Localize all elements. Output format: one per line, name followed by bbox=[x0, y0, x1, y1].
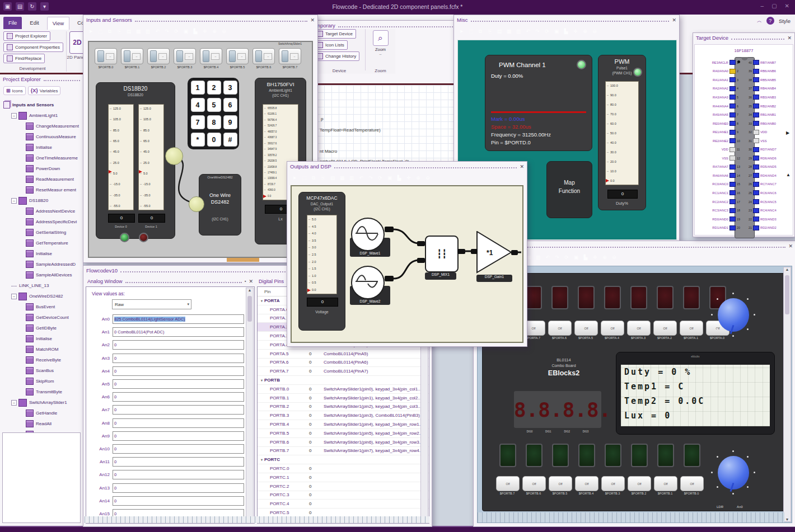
pin-square-left[interactable] bbox=[729, 164, 736, 170]
toolbar-icon[interactable]: ↶ bbox=[544, 253, 551, 261]
toolbar-icon[interactable]: ⧉ bbox=[310, 174, 317, 182]
port-switch-button[interactable]: Off bbox=[496, 476, 520, 491]
toolbar-icon[interactable]: ↷ bbox=[163, 27, 171, 35]
tree-item[interactable]: – SwitchArraySlider1 bbox=[3, 397, 83, 408]
pin-square-left[interactable] bbox=[729, 208, 736, 213]
toolbar-icon[interactable]: ➤ bbox=[87, 27, 95, 35]
pin-square-left[interactable] bbox=[729, 182, 736, 187]
toolbar-icon[interactable]: ▙ bbox=[191, 27, 199, 35]
ribbon-tab[interactable]: File bbox=[3, 17, 22, 29]
splitter-arrow-up-icon[interactable]: ▲ bbox=[786, 172, 791, 177]
pin-square-left[interactable] bbox=[729, 103, 736, 109]
dsp-mixer-block[interactable]: ┇┇ bbox=[425, 236, 459, 272]
map-function-block[interactable]: Map Function bbox=[546, 161, 592, 218]
keypad-key[interactable]: 7 bbox=[191, 115, 205, 129]
keypad-key[interactable]: 2 bbox=[207, 81, 221, 95]
pin-square-right[interactable] bbox=[753, 103, 759, 109]
toggle-switch[interactable]: – bbox=[174, 48, 196, 64]
digital-row[interactable]: ▾PORTB.4 0 SwitchArraySlider1(pin4), key… bbox=[258, 420, 429, 429]
pin-square-left[interactable] bbox=[729, 86, 736, 91]
digital-row[interactable]: ▾PORTC.3 0 bbox=[258, 491, 429, 500]
toolbar-icon[interactable]: ⊕ bbox=[581, 27, 589, 35]
toolbar-icon[interactable]: ⟳ bbox=[543, 27, 551, 35]
pin-square-right[interactable] bbox=[753, 199, 759, 204]
close-icon[interactable]: ✕ bbox=[520, 164, 524, 170]
toolbar-icon[interactable]: ⊖ bbox=[424, 174, 432, 182]
analog-value-field[interactable]: 0 bbox=[113, 405, 244, 415]
port-switch-button[interactable]: Off bbox=[627, 321, 651, 336]
board-scrollbar[interactable]: ▲▼ bbox=[783, 267, 791, 522]
toolbar-icon[interactable]: ▣ bbox=[182, 27, 190, 35]
tree-item[interactable]: – SampleAllDevices bbox=[3, 270, 83, 280]
toolbar-icon[interactable]: ▥ bbox=[348, 174, 356, 182]
pin-square-right[interactable] bbox=[753, 208, 759, 213]
port-switch-button[interactable]: Off bbox=[548, 321, 572, 336]
pin-square-right[interactable] bbox=[753, 182, 759, 187]
pin-square-right[interactable] bbox=[753, 225, 759, 230]
toolbar-icon[interactable]: ⊖ bbox=[220, 27, 228, 35]
pin-square-left[interactable] bbox=[729, 199, 736, 204]
tree-item[interactable]: – Inputs and Sensors bbox=[3, 100, 83, 110]
tree-item[interactable]: – Initialise bbox=[3, 142, 83, 153]
toggle-switch[interactable]: – bbox=[226, 48, 249, 64]
tree-item[interactable]: – SkipRom bbox=[3, 376, 83, 387]
tree-item[interactable]: – GetIDByte bbox=[3, 323, 83, 333]
minimize-button[interactable]: – bbox=[761, 3, 764, 9]
zoom-icon[interactable]: ⌕ bbox=[373, 30, 389, 46]
help-icon[interactable]: ? bbox=[766, 17, 774, 25]
ribbon-collapse-icon[interactable]: ︿ bbox=[757, 17, 762, 25]
pin-square-right[interactable] bbox=[753, 95, 759, 100]
close-icon[interactable]: ✕ bbox=[788, 243, 793, 249]
digital-row[interactable]: ▾PORTA.6 0 ComboBL0114(PinA6) bbox=[258, 359, 429, 368]
inputs-panel[interactable]: SwitchArraySlider1 – $PORTB.0 – $PORTB.1… bbox=[88, 41, 313, 258]
toolbar-icon[interactable]: ↷ bbox=[553, 253, 561, 261]
tree-item[interactable]: – AmbientLight1 bbox=[3, 110, 83, 121]
pot-knob[interactable] bbox=[712, 294, 755, 336]
keypad-key[interactable]: 5 bbox=[207, 98, 221, 112]
explorer-tab[interactable]: {X} Variables bbox=[28, 86, 61, 95]
tree-item[interactable]: – ResetMeasur ement bbox=[3, 185, 83, 195]
pin-square-left[interactable] bbox=[729, 216, 736, 222]
pin-square-left[interactable] bbox=[729, 69, 736, 74]
ribbon-tab[interactable]: View bbox=[47, 17, 69, 30]
toolbar-icon[interactable]: ⎘ bbox=[486, 27, 494, 35]
port-switch-button[interactable]: Off bbox=[653, 321, 677, 336]
ldr-knob[interactable] bbox=[712, 451, 755, 494]
dac-block[interactable]: MCP47x6DAC DAC_Output1 (I2C CH1) 5.04.54… bbox=[298, 192, 345, 331]
tree-item[interactable]: – AddressSpecificDevi bbox=[3, 216, 83, 227]
pin-square-right[interactable] bbox=[753, 86, 759, 91]
ribbon-button[interactable]: Find/Replace bbox=[3, 54, 45, 63]
wire-node[interactable] bbox=[165, 147, 183, 165]
toolbar-icon[interactable]: ⧉ bbox=[106, 27, 114, 35]
digital-row[interactable]: ▾PORTB.6 0 SwitchArraySlider1(pin6), key… bbox=[258, 438, 429, 447]
close-button[interactable]: ✕ bbox=[785, 3, 789, 9]
view-toggle[interactable]: Target Device bbox=[314, 29, 356, 39]
tree-item[interactable]: – ReadAll bbox=[3, 418, 83, 429]
keypad-key[interactable]: 4 bbox=[191, 98, 205, 112]
pwm-slider-block[interactable]: PWM Pulse1 (PWM CH1) 100.090.080.070.060… bbox=[598, 55, 646, 210]
toolbar-icon[interactable]: ⟳ bbox=[563, 253, 570, 261]
tree-item[interactable]: – LINK_LINE_13 bbox=[3, 280, 83, 291]
pin-square-left[interactable] bbox=[729, 173, 736, 178]
toolbar-icon[interactable]: ✛ bbox=[572, 27, 579, 35]
tree-item[interactable]: – Initialise bbox=[3, 333, 83, 344]
tree-item[interactable]: – GetSerialString bbox=[3, 227, 83, 238]
pin-square-right[interactable] bbox=[753, 173, 759, 178]
toolbar-icon[interactable]: ▥ bbox=[144, 27, 152, 35]
toggle-switch[interactable]: – bbox=[200, 48, 222, 64]
pin-square-right[interactable] bbox=[753, 216, 759, 222]
dac-value[interactable]: 0 bbox=[307, 298, 338, 307]
analog-value-field[interactable]: 0 bbox=[113, 444, 244, 454]
close-icon[interactable]: ✕ bbox=[672, 17, 676, 23]
keypad-key[interactable]: 3 bbox=[223, 81, 237, 95]
pin-square-right[interactable] bbox=[753, 77, 759, 82]
toolbar-icon[interactable]: ▤ bbox=[329, 174, 336, 182]
sine-wave-icon[interactable] bbox=[351, 218, 385, 251]
toolbar-icon[interactable]: ⎘ bbox=[115, 27, 123, 35]
view-toggle[interactable]: Change History bbox=[314, 51, 359, 61]
toggle-switch[interactable]: – bbox=[279, 48, 301, 64]
toolbar-icon[interactable]: ▙ bbox=[582, 253, 590, 261]
toolbar-icon[interactable]: ▣ bbox=[386, 174, 394, 182]
analog-value-field[interactable]: 825 ComboBL0114(LightSensor ADC) bbox=[113, 314, 244, 324]
close-icon[interactable]: ✕ bbox=[787, 35, 792, 41]
